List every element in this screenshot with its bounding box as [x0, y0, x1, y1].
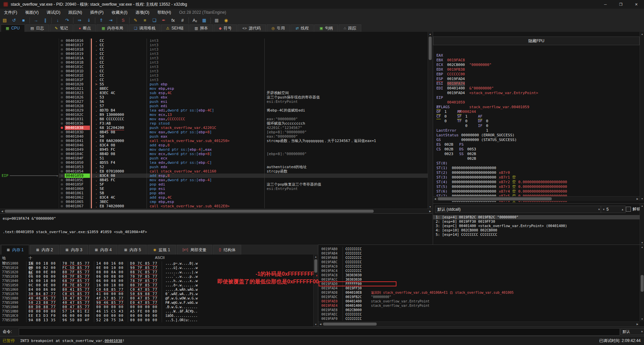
st-register-row[interactable]: ST(6) 00000000000000000000 x87r6 空 0.000…	[433, 185, 640, 189]
st-register-row[interactable]: ST(0) 00000000000000000000 x87r0 空 0.000…	[433, 156, 640, 161]
disasm-row[interactable]: 00401046 . 83C4 08 add esp,8	[0, 143, 428, 147]
stack-row[interactable]: 0019FAD8 004010EB 返回到 stack_overflow_var…	[318, 290, 640, 295]
breakpoint-gutter[interactable]	[59, 204, 65, 208]
breakpoint-gutter[interactable]	[59, 73, 65, 78]
calculator-icon[interactable]: ▦	[212, 17, 221, 24]
patch-icon[interactable]: ✎	[131, 17, 140, 24]
disasm-row[interactable]: 0040101E . CC int3	[0, 73, 428, 78]
breakpoint-gutter[interactable]	[59, 152, 65, 156]
stack-row[interactable]: 0019FAB0 CCCCCCCC	[318, 247, 640, 251]
tab-断点[interactable]: ●断点	[73, 24, 96, 32]
breakpoint-gutter[interactable]	[59, 143, 65, 147]
stack-row[interactable]: 0019FAEC CCCCCCCC	[318, 312, 640, 317]
tab-CPU[interactable]: ▦CPU	[1, 24, 25, 32]
disasm-row[interactable]: 00401020 > 55 push ebp	[0, 82, 428, 86]
flags-row[interactable]: OF 0SF 0DF 0	[433, 110, 640, 114]
stack-row[interactable]: 0019FAB8 CCCCCCCC	[318, 256, 640, 260]
menu-item[interactable]: 选项(O)	[131, 9, 153, 16]
register-row-ESI[interactable]: ESI 00401400 <stack_overflow_var.EntryPo…	[433, 77, 640, 81]
status-address-link[interactable]: 00401038	[105, 339, 122, 343]
breakpoint-gutter[interactable]	[59, 104, 65, 108]
disasm-row[interactable]: 00401016 . CC int3	[0, 39, 428, 43]
tab-跟踪[interactable]: ∴跟踪	[339, 24, 361, 32]
disasm-row[interactable]: 00401029 . 8D7D B4 lea edi,dword ptr ss:…	[0, 108, 428, 113]
command-profile-select[interactable]: 默认 ▼	[621, 328, 644, 335]
stop-icon[interactable]: ■	[19, 17, 28, 24]
tab-调用堆栈[interactable]: ❏调用堆栈	[129, 24, 160, 32]
breakpoint-gutter[interactable]	[59, 191, 65, 195]
breakpoint-gutter[interactable]	[59, 95, 65, 99]
breakpoint-gutter[interactable]	[59, 69, 65, 73]
tab-内存布局[interactable]: ▦内存布局	[97, 24, 128, 32]
menu-item[interactable]: 跟踪(N)	[64, 9, 86, 16]
disasm-row[interactable]: 0040103D . 8B45 08 mov eax,dword ptr ss:…	[0, 130, 428, 134]
arg-row[interactable]: 4: [esp+10] 002CB000 002CB000	[433, 228, 640, 232]
tab-符号[interactable]: ◆符号	[214, 24, 236, 32]
segment-row[interactable]: CS 0023SS 002B	[433, 147, 640, 152]
breakpoint-gutter[interactable]	[59, 47, 65, 52]
breakpoint-gutter[interactable]	[59, 121, 65, 126]
breakpoint-gutter[interactable]	[59, 82, 65, 86]
breakpoint-gutter[interactable]	[59, 91, 65, 95]
highlight-icon[interactable]: ✒	[159, 17, 168, 24]
tab-内存 1[interactable]: ▦内存 1	[1, 245, 29, 255]
breakpoint-gutter[interactable]	[59, 187, 65, 191]
stack-row[interactable]: 0019FAE4 00401400 stack_overflow_var.Ent…	[318, 303, 640, 308]
stack-row[interactable]: 0019FAF0 CCCCCCCC	[318, 317, 640, 321]
tab-监视 1[interactable]: ◉监视 1	[148, 245, 176, 255]
breakpoint-gutter[interactable]	[59, 182, 65, 187]
disasm-row[interactable]: 00401038 . 68 1C204200 push stack_overfl…	[0, 126, 428, 130]
breakpoint-gutter[interactable]	[59, 165, 65, 169]
arg-row[interactable]: 5: [esp+14] CCCCCCCC CCCCCCCC	[433, 232, 640, 237]
arg-row[interactable]: 3: [esp+C] 00401400 <stack_overflow_var.…	[433, 224, 640, 228]
arg-row[interactable]: 1: [esp+4] 0019FB2C 0019FB2C "00000000"	[433, 215, 640, 219]
breakpoint-gutter[interactable]	[59, 200, 65, 204]
breakpoint-gutter[interactable]	[59, 39, 65, 43]
dump-row[interactable]: 778510C0EE E3 D3 F006 00 00 0000 00 00 0…	[0, 314, 313, 318]
tab-内存 3[interactable]: ▦内存 3	[60, 245, 88, 255]
breakpoint-gutter[interactable]	[59, 86, 65, 91]
register-row-EAX[interactable]: EAX 0019FAC8 "00000000"	[433, 49, 640, 53]
disasm-hscrollbar[interactable]: ◀ ▶	[0, 209, 432, 213]
disasm-row[interactable]: 00401028 . 57 push edi	[0, 104, 428, 108]
tab-结构体[interactable]: {}结构体	[213, 245, 241, 255]
st-register-row[interactable]: ST(4) 00000000000000000000 x87r4 空 0.000…	[433, 175, 640, 180]
disasm-row[interactable]: 00401027 . 56 push esi esi:EntryPoint	[0, 99, 428, 104]
tab-脚本[interactable]: ▥脚本	[190, 24, 213, 32]
disasm-row[interactable]: 00401040 . 50 push eax eax:"00000000"	[0, 134, 428, 139]
run-icon[interactable]: →	[32, 17, 40, 24]
dump-row[interactable]: 7785106084 00 86 0080 41 85 77C0 68 85 7…	[0, 287, 313, 292]
dump-row[interactable]: 778510A080 D0 88 7700 47 85 7700 00 00 0…	[0, 305, 313, 309]
dump-vscrollbar[interactable]: ▲ ▼	[313, 255, 318, 327]
settings-globe-icon[interactable]: ◉	[222, 17, 230, 24]
breakpoint-gutter[interactable]	[59, 56, 65, 60]
hide-fpu-button[interactable]: 隐藏FPU	[433, 37, 640, 45]
segment-row[interactable]: ES 002BDS 002B	[433, 142, 640, 147]
stack-row[interactable]: 0019FAC4 CCCCCCCC	[318, 269, 640, 273]
disasm-row[interactable]: 00401031 . B8 CCCCCCCC mov eax,CCCCCCCC …	[0, 117, 428, 121]
dump-row[interactable]: 778510B000 00 00 0057 14 01 E246 15 C5 4…	[0, 309, 313, 314]
register-row-EBX[interactable]: EBX 002CB000	[433, 53, 640, 58]
breakpoint-gutter[interactable]	[59, 147, 65, 152]
disasm-row[interactable]: 00401017 . CC int3	[0, 43, 428, 47]
menu-item[interactable]: 帮助(H)	[153, 9, 175, 16]
comment-icon[interactable]: ≡	[141, 17, 149, 24]
close-button[interactable]: ✕	[629, 0, 644, 9]
tab-句柄[interactable]: ▣句柄	[314, 24, 338, 32]
disasm-vscrollbar[interactable]: ▲ ▼	[428, 32, 432, 209]
dump-row[interactable]: 7785109050 23 88 7740 47 85 7790 46 85 7…	[0, 300, 313, 305]
disasm-row[interactable]: 0040102C . B9 13000000 mov ecx,13	[0, 113, 428, 117]
stack-row[interactable]: 0019FADC 0019FB2C "00000000"	[318, 295, 640, 299]
registers-vscrollbar[interactable]: ▲ ▼	[640, 32, 644, 201]
disasm-row[interactable]: 0040105C . 8B45 FC mov eax,dword ptr ss:…	[0, 178, 428, 182]
lasterror-row[interactable]: LastStatus 00000000 (STATUS_SUCCESS)	[433, 128, 640, 133]
breakpoint-gutter[interactable]	[59, 65, 65, 69]
st-register-row[interactable]: ST(1) 00000000000000000000 x87r1 空 0.000…	[433, 161, 640, 166]
disasm-row[interactable]: 00401062 . 83C4 4C add esp,4C	[0, 195, 428, 200]
st-register-row[interactable]: ST(5) 00000000000000000000 x87r5 空 0.000…	[433, 180, 640, 185]
disasm-row[interactable]: 0040104F . 51 push ecx	[0, 156, 428, 160]
dump-row[interactable]: 7785107030 B4 87 77C0 45 85 7741 00 00 0…	[0, 292, 313, 296]
tab-SEH链[interactable]: ⚠SEH链	[161, 24, 189, 32]
dump-row[interactable]: 7785108040 46 85 7710 47 85 774F 57 85 7…	[0, 296, 313, 300]
dump-row[interactable]: 7785101000 00 02 00FC 5D 85 770E 00 10 0…	[0, 266, 313, 270]
